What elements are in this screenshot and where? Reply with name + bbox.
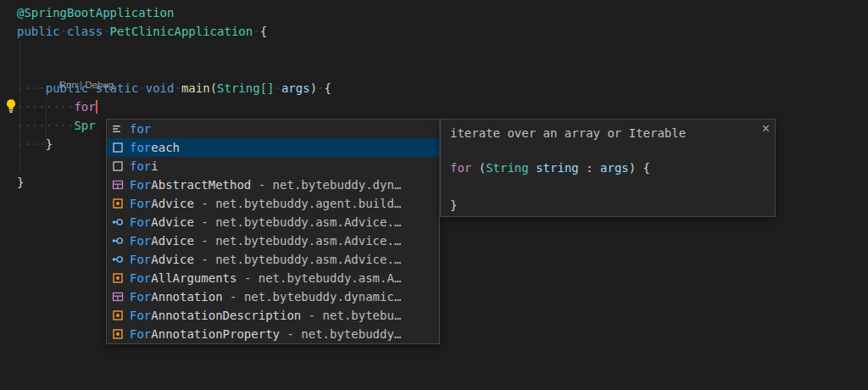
code-token-ws: ·	[275, 81, 281, 95]
snippet-icon	[111, 141, 125, 154]
code-token-ws: ····	[17, 137, 46, 151]
struct-icon	[111, 290, 125, 304]
code-token-ws: ········	[17, 100, 74, 114]
code-token-keyword: void	[146, 81, 175, 95]
code-token-text: (	[210, 81, 217, 95]
code-token-ws: ········	[17, 119, 74, 132]
code-token-control: for	[74, 100, 95, 114]
code-line-class-declaration[interactable]: public·class·PetClinicApplication·{	[17, 22, 267, 41]
suggest-item-label: for	[130, 122, 151, 136]
code-token-type: String	[486, 161, 529, 175]
suggest-item-label: fori	[130, 159, 159, 173]
code-token-text: }	[46, 137, 53, 151]
suggest-docs-panel: iterate over an array or Iterable × for …	[440, 119, 776, 217]
class-icon	[111, 197, 125, 210]
code-token-variable: args	[600, 161, 629, 175]
docs-summary-text: iterate over an array or Iterable	[450, 124, 686, 142]
suggest-item[interactable]: fori	[107, 157, 439, 176]
code-token-type: PetClinicApplication	[110, 25, 253, 38]
code-line-method-close[interactable]: ····}	[17, 135, 53, 153]
suggest-item[interactable]: for	[107, 120, 439, 138]
code-token-control: for	[450, 161, 471, 175]
suggest-item[interactable]: ForAnnotation - net.bytebuddy.dynamic…	[107, 287, 439, 306]
code-line-main-method[interactable]: ····public·static·void·main(String[]·arg…	[17, 79, 331, 98]
vscode-editor-window: @SpringBootApplication public·class·PetC…	[0, 0, 868, 390]
code-token-ws: ·	[138, 81, 145, 95]
code-token-ws: ····	[17, 81, 46, 95]
class-icon	[111, 309, 125, 322]
suggest-item[interactable]: ForAbstractMethod - net.bytebuddy.dyn…	[107, 176, 439, 194]
code-token-keyword: class	[67, 25, 103, 38]
suggest-item-label: foreach	[130, 141, 180, 154]
code-token-text: )	[310, 81, 317, 95]
code-token-text: :	[579, 161, 600, 175]
snippet-icon	[111, 159, 125, 173]
code-token-text: }	[17, 176, 24, 189]
code-line-for-typed[interactable]: ········for	[17, 98, 97, 116]
suggest-item-label: ForAbstractMethod - net.bytebuddy.dyn…	[130, 178, 401, 192]
suggest-item[interactable]: ForAdvice - net.bytebuddy.asm.Advice.…	[107, 250, 439, 269]
code-token-text: {	[325, 81, 331, 95]
suggest-widget: forforeachforiForAbstractMethod - net.by…	[106, 119, 440, 344]
code-token-text: }	[450, 198, 457, 212]
suggest-item[interactable]: ForAdvice - net.bytebuddy.asm.Advice.…	[107, 213, 439, 231]
code-token-variable: string	[536, 161, 579, 175]
suggest-item[interactable]: ForAnnotationDescription - net.bytebu…	[107, 306, 439, 325]
suggest-item-label: ForAllArguments - net.bytebuddy.asm.A…	[130, 271, 401, 285]
docs-code-line: }	[450, 196, 457, 214]
suggest-item-selected[interactable]: foreach	[107, 138, 439, 157]
code-token-ws: ·	[103, 25, 109, 38]
code-line-class-close[interactable]: }	[17, 173, 24, 192]
code-token-type: String[]	[217, 81, 274, 95]
interface-icon	[111, 253, 125, 266]
code-token-variable: args	[281, 81, 310, 95]
suggest-item-label: ForAdvice - net.bytebuddy.asm.Advice.…	[130, 234, 401, 248]
code-line-spring-partial[interactable]: ········Spr	[17, 116, 96, 135]
struct-icon	[111, 178, 125, 192]
suggest-item-label: ForAdvice - net.bytebuddy.asm.Advice.…	[130, 253, 401, 266]
code-token-keyword: static	[96, 81, 139, 95]
text-cursor	[96, 100, 97, 114]
code-line-annotation[interactable]: @SpringBootApplication	[17, 3, 174, 22]
code-token-keyword: public	[46, 81, 89, 95]
suggest-item[interactable]: ForAnnotationProperty - net.bytebuddy…	[107, 325, 439, 343]
suggest-list: forforeachforiForAbstractMethod - net.by…	[107, 120, 439, 343]
keyword-icon	[111, 122, 125, 136]
suggest-item-label: ForAnnotationDescription - net.bytebu…	[130, 309, 401, 322]
code-token-keyword: public	[17, 25, 60, 38]
code-token-ws: ·	[317, 81, 324, 95]
interface-icon	[111, 234, 125, 248]
suggest-item-label: ForAnnotationProperty - net.bytebuddy…	[130, 327, 401, 341]
suggest-item-label: ForAdvice - net.bytebuddy.agent.build…	[130, 197, 401, 210]
suggest-item[interactable]: ForAllArguments - net.bytebuddy.asm.A…	[107, 269, 439, 287]
code-token-ws: ·	[60, 25, 67, 38]
code-token-ws: ·	[88, 81, 95, 95]
code-token-text: ) {	[629, 161, 650, 175]
suggest-item-label: ForAdvice - net.bytebuddy.asm.Advice.…	[130, 215, 401, 229]
code-token-function: main	[181, 81, 210, 95]
suggest-item[interactable]: ForAdvice - net.bytebuddy.agent.build…	[107, 194, 439, 213]
code-token-ws: ·	[253, 25, 259, 38]
suggest-item[interactable]: ForAdvice - net.bytebuddy.asm.Advice.…	[107, 231, 439, 250]
code-token-text: {	[260, 25, 267, 38]
codelens: Run | Debug	[48, 64, 114, 78]
docs-code-line: for (String string : args) {	[450, 159, 650, 177]
class-icon	[111, 271, 125, 285]
close-icon[interactable]: ×	[762, 121, 770, 136]
code-token-text: (	[471, 161, 486, 175]
interface-icon	[111, 215, 125, 229]
code-token-ws: ·	[174, 81, 181, 95]
code-token-text	[529, 161, 536, 175]
suggest-item-label: ForAnnotation - net.bytebuddy.dynamic…	[130, 290, 401, 304]
code-token-type: Spr	[74, 119, 95, 132]
class-icon	[111, 327, 125, 341]
code-token-type: @SpringBootApplication	[17, 6, 174, 20]
